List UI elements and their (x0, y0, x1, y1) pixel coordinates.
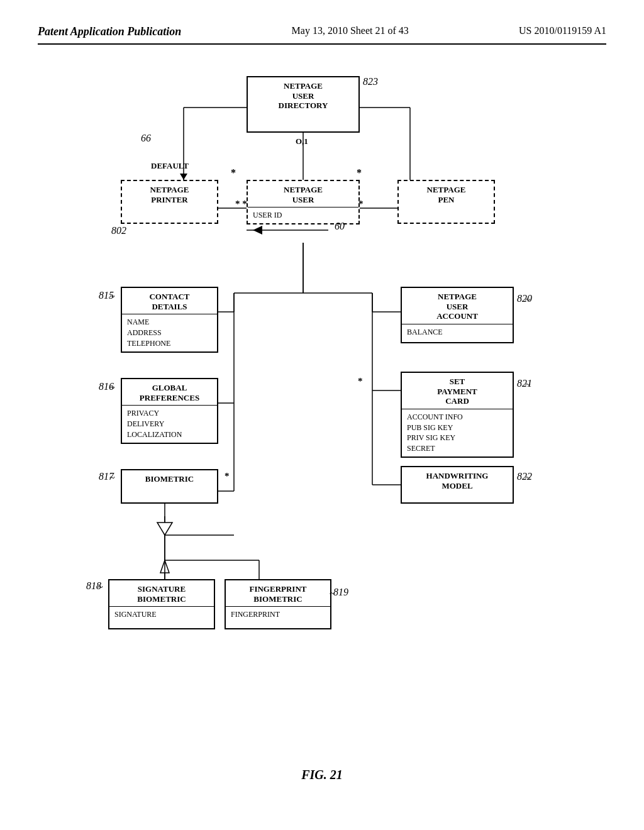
handwriting-model-box: HANDWRITINGMODEL (401, 466, 514, 504)
netpage-pen-box: NETPAGEPEN (397, 180, 495, 224)
svg-marker-32 (157, 523, 172, 535)
fingerprint-biometric-content: FINGERPRINT (226, 607, 330, 622)
star-payment: * (358, 376, 363, 387)
set-payment-card-content: ACCOUNT INFOPUB SIG KEYPRIV SIG KEYSECRE… (402, 409, 513, 456)
tilde-817: ~ (109, 472, 115, 484)
star-user-right: * (358, 199, 364, 209)
tilde-821: ~ (525, 379, 531, 390)
netpage-pen-title: NETPAGEPEN (422, 181, 471, 207)
publication-type: Patent Application Publication (38, 25, 181, 38)
star-top-right: * (357, 167, 362, 179)
star-top-left: * (231, 167, 236, 179)
signature-biometric-title: SIGNATUREBIOMETRIC (132, 580, 191, 606)
default-label: DEFAULT (151, 161, 189, 171)
svg-marker-28 (160, 560, 169, 573)
svg-marker-9 (253, 226, 262, 235)
tilde-822: ~ (525, 472, 531, 484)
netpage-printer-title: NETPAGEPRINTER (145, 181, 194, 207)
netpage-user-account-box: NETPAGEUSERACCOUNT BALANCE (401, 287, 514, 343)
netpage-user-directory-box: NETPAGEUSERDIRECTORY (247, 76, 360, 133)
svg-marker-3 (180, 174, 187, 180)
tilde-815: ~ (109, 291, 115, 302)
contact-details-title: CONTACTDETAILS (144, 288, 194, 314)
contact-details-content: NAMEADDRESSTELEPHONE (122, 314, 217, 351)
tilde-820: ~ (525, 294, 531, 306)
page-header: Patent Application Publication May 13, 2… (38, 25, 606, 45)
o1-label: O,1 (296, 136, 308, 147)
label-819: 819 (333, 587, 348, 598)
set-payment-card-box: SETPAYMENTCARD ACCOUNT INFOPUB SIG KEYPR… (401, 372, 514, 458)
biometric-title: BIOMETRIC (140, 470, 199, 487)
fingerprint-biometric-box: FINGERPRINTBIOMETRIC FINGERPRINT (225, 579, 331, 629)
label-802: 802 (111, 225, 126, 236)
page: Patent Application Publication May 13, 2… (0, 0, 644, 830)
label-66: 66 (141, 133, 151, 144)
tilde-818: ~ (97, 582, 103, 593)
global-preferences-title: GLOBALPREFERENCES (135, 379, 204, 405)
label-60: 60 (335, 221, 345, 232)
patent-number: US 2010/0119159 A1 (519, 25, 606, 36)
biometric-box: BIOMETRIC (121, 469, 218, 504)
contact-details-box: CONTACTDETAILS NAMEADDRESSTELEPHONE (121, 287, 218, 353)
global-preferences-content: PRIVACYDELIVERYLOCALIZATION (122, 406, 217, 442)
diagram: NETPAGEUSERDIRECTORY 823 DEFAULT 66 O,1 … (45, 64, 599, 755)
sheet-info: May 13, 2010 Sheet 21 of 43 (292, 25, 409, 36)
handwriting-model-title: HANDWRITINGMODEL (421, 467, 494, 493)
figure-label: FIG. 21 (38, 768, 606, 782)
netpage-user-account-title: NETPAGEUSERACCOUNT (431, 288, 483, 324)
biometric-inheritance-svg (108, 504, 234, 585)
label-823: 823 (363, 76, 378, 87)
star-biometric: * (225, 471, 230, 482)
fingerprint-biometric-title: FINGERPRINTBIOMETRIC (244, 580, 311, 606)
netpage-user-account-content: BALANCE (402, 324, 513, 340)
signature-biometric-content: SIGNATURE (109, 607, 214, 622)
netpage-user-box: NETPAGEUSER USER ID (247, 180, 360, 224)
signature-biometric-box: SIGNATUREBIOMETRIC SIGNATURE (108, 579, 215, 629)
netpage-user-directory-title: NETPAGEUSERDIRECTORY (274, 77, 333, 113)
tilde-816: ~ (109, 382, 115, 394)
global-preferences-box: GLOBALPREFERENCES PRIVACYDELIVERYLOCALIZ… (121, 378, 218, 444)
tilde-819: ~ (330, 588, 335, 599)
netpage-printer-box: NETPAGEPRINTER (121, 180, 218, 224)
set-payment-card-title: SETPAYMENTCARD (432, 373, 482, 409)
star-user-left: * * (235, 199, 247, 209)
netpage-user-title: NETPAGEUSER (279, 181, 328, 207)
